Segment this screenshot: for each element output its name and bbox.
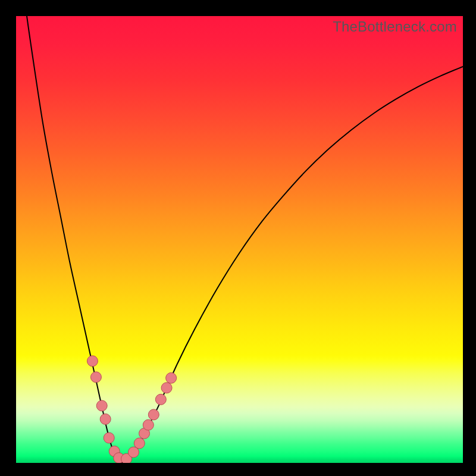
gradient-bg [16,16,463,463]
watermark-text: TheBottleneck.com [333,18,457,35]
data-marker [90,372,101,383]
data-marker [96,400,107,411]
plot-area: TheBottleneck.com [16,16,463,463]
data-marker [166,372,177,383]
chart-svg [16,16,463,463]
data-marker [134,438,145,449]
data-marker [104,433,114,443]
data-marker [143,419,154,430]
data-marker [148,409,159,420]
data-marker [155,394,166,405]
outer-frame: TheBottleneck.com [0,0,476,476]
data-marker [100,414,111,424]
data-marker [87,356,98,367]
data-marker [161,383,172,393]
